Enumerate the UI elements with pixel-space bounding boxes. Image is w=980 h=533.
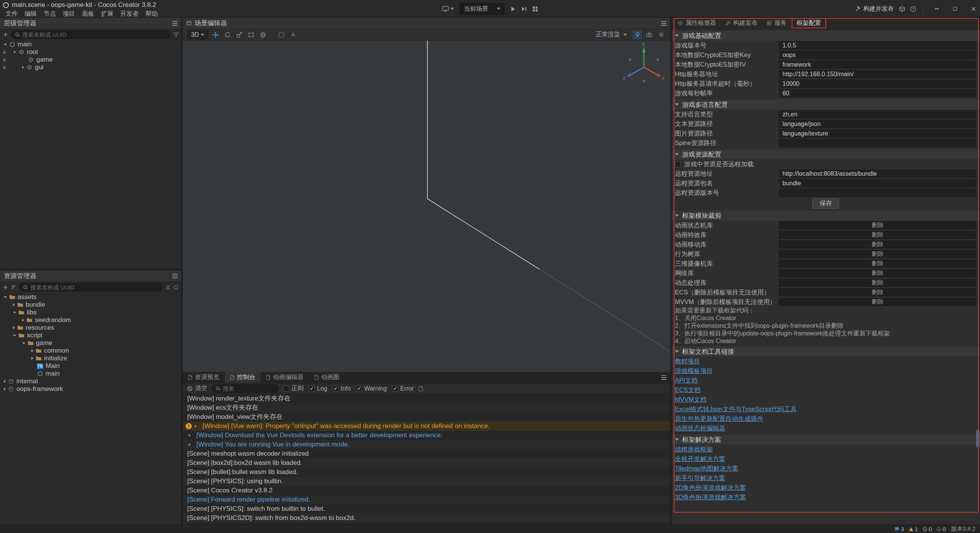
add-node-button[interactable]: [3, 32, 8, 37]
console-tab-console[interactable]: 控制台: [225, 372, 261, 383]
link-5-2[interactable]: Tiledmap地图解决方案: [675, 464, 738, 473]
link-4-5[interactable]: Excel格式转Json文件与TypeScript代码工具: [675, 405, 797, 414]
link-5-4[interactable]: 2D角色扮演游戏解决方案: [675, 484, 746, 492]
console-tab-asset-preview[interactable]: 资源预览: [183, 372, 225, 383]
filter-warning[interactable]: ✓Warning: [356, 385, 387, 392]
layout-grid-icon[interactable]: [532, 6, 538, 12]
scene-camera-icon[interactable]: [645, 30, 654, 39]
checkbox-icon[interactable]: [675, 161, 681, 167]
gizmo-settings-icon[interactable]: [289, 30, 298, 39]
log-row-11[interactable]: [Scene] Forward render pipeline initiali…: [183, 495, 670, 504]
text-input[interactable]: language/texture: [779, 129, 976, 137]
render-mode-dropdown[interactable]: 正常渲染: [593, 30, 630, 39]
gear-icon[interactable]: [657, 30, 666, 39]
expand-arrow-icon[interactable]: [195, 425, 197, 428]
section-header-1[interactable]: 游戏多语言配置: [671, 100, 980, 110]
menu-item-6[interactable]: 开发者: [120, 10, 139, 18]
delete-button[interactable]: 删除: [779, 260, 976, 268]
text-input[interactable]: oops: [779, 51, 976, 59]
delete-button[interactable]: 删除: [779, 231, 976, 239]
console-tab-animation-editor[interactable]: 动画编辑器: [261, 372, 309, 383]
log-row-7[interactable]: [Scene] [box2d]:box2d wasm lib loaded.: [183, 458, 670, 468]
checkbox-icon[interactable]: [283, 386, 289, 392]
menu-item-2[interactable]: 节点: [44, 10, 56, 18]
tree-expand-arrow[interactable]: [13, 312, 16, 314]
asset-item-script[interactable]: script: [0, 332, 181, 339]
status-count-warnings[interactable]: 1: [909, 526, 918, 532]
menu-item-4[interactable]: 面板: [82, 10, 94, 18]
delete-button[interactable]: 删除: [779, 240, 976, 249]
text-input[interactable]: [779, 189, 976, 197]
rotate-tool-icon[interactable]: [223, 30, 232, 39]
link-4-1[interactable]: 游戏模板项目: [675, 367, 713, 375]
asset-item-Main[interactable]: TSMain: [0, 362, 181, 370]
delete-button[interactable]: 删除: [779, 279, 976, 287]
lock-icon[interactable]: [2, 50, 7, 54]
tree-expand-arrow[interactable]: [4, 44, 7, 46]
tree-expand-arrow[interactable]: [13, 335, 16, 337]
checkbox-icon[interactable]: ✓: [392, 386, 398, 392]
text-input[interactable]: bundle: [779, 179, 976, 187]
package-icon[interactable]: [899, 6, 905, 12]
hierarchy-item-root[interactable]: root: [0, 48, 181, 56]
scene-selector-dropdown[interactable]: 当前场景: [460, 3, 505, 15]
asset-item-internal[interactable]: internal: [0, 378, 181, 385]
panel-menu-icon[interactable]: [172, 21, 178, 26]
filter-list-icon[interactable]: [165, 285, 170, 290]
asset-item-resources[interactable]: resources: [0, 324, 181, 332]
panel-menu-icon[interactable]: [172, 274, 178, 278]
play-button[interactable]: [510, 6, 516, 12]
dimension-toggle-button[interactable]: 3D: [187, 30, 208, 39]
asset-item-game[interactable]: game: [0, 339, 181, 347]
tab-framework-config[interactable]: 框架配置: [792, 18, 826, 28]
asset-item-seedrandom[interactable]: seedrandom: [0, 316, 181, 324]
link-4-3[interactable]: ECS文档: [675, 386, 701, 394]
text-input[interactable]: zh,en: [779, 110, 976, 118]
delete-button[interactable]: 删除: [779, 288, 976, 296]
asset-item-main[interactable]: main: [0, 370, 181, 378]
clear-console-button[interactable]: 清空: [187, 384, 207, 392]
tree-expand-arrow[interactable]: [13, 51, 16, 53]
checkbox-icon[interactable]: ✓: [309, 386, 315, 392]
tree-expand-arrow[interactable]: [4, 387, 6, 391]
filter-log[interactable]: ✓Log: [309, 385, 327, 392]
asset-item-common[interactable]: common: [0, 347, 181, 355]
log-row-8[interactable]: [Scene] [bullet]:bullet wasm lib loaded.: [183, 468, 670, 477]
log-file-icon[interactable]: [418, 386, 423, 391]
log-row-6[interactable]: [Scene] meshopt wasm decoder initialized: [183, 449, 670, 458]
panel-menu-icon[interactable]: [661, 21, 666, 26]
text-input[interactable]: 60: [779, 89, 976, 97]
world-space-icon[interactable]: [258, 30, 268, 39]
menu-item-0[interactable]: 文件: [5, 10, 18, 18]
close-button[interactable]: ×: [967, 0, 980, 18]
log-row-3[interactable]: ![Window] [Vue warn]: Property "onInput"…: [183, 422, 670, 431]
console-search-box[interactable]: [212, 384, 279, 393]
link-4-7[interactable]: 动画状态机编辑器: [675, 424, 725, 433]
sort-icon[interactable]: [11, 285, 16, 290]
console-tab-animation-graph[interactable]: 动画图: [309, 372, 345, 383]
link-5-5[interactable]: 3D角色扮演游戏解决方案: [675, 493, 746, 502]
checkbox-icon[interactable]: ✓: [333, 386, 339, 392]
rect-tool-icon[interactable]: [247, 30, 256, 39]
delete-button[interactable]: 删除: [779, 221, 976, 229]
hierarchy-search-input[interactable]: [22, 31, 167, 38]
text-input[interactable]: framework: [779, 60, 976, 69]
tree-expand-arrow[interactable]: [22, 319, 24, 322]
link-4-6[interactable]: 原生包热更新配置自动生成插件: [675, 415, 763, 423]
link-5-1[interactable]: 全栈开发解决方案: [675, 455, 725, 463]
tab-property-inspector[interactable]: 属性检查器: [674, 18, 720, 29]
delete-button[interactable]: 删除: [779, 298, 976, 306]
minimize-button[interactable]: [930, 0, 943, 18]
log-row-1[interactable]: [Window] ecs文件夹存在: [183, 403, 670, 412]
asset-item-bundle[interactable]: bundle: [0, 301, 181, 309]
tab-build-publish[interactable]: 构建发布: [721, 18, 762, 29]
tree-expand-arrow[interactable]: [4, 380, 6, 383]
text-input[interactable]: http://localhost:8083/assets/bundle: [779, 170, 976, 178]
status-count-errors[interactable]: 0: [923, 526, 932, 532]
text-input[interactable]: language/json: [779, 120, 976, 128]
tree-expand-arrow[interactable]: [31, 349, 33, 352]
asset-item-initialize[interactable]: initialize: [0, 355, 181, 362]
help-icon[interactable]: ?: [910, 6, 916, 12]
status-count-notifications[interactable]: 0: [936, 526, 946, 532]
section-header-4[interactable]: 框架文档工具链接: [671, 347, 980, 356]
